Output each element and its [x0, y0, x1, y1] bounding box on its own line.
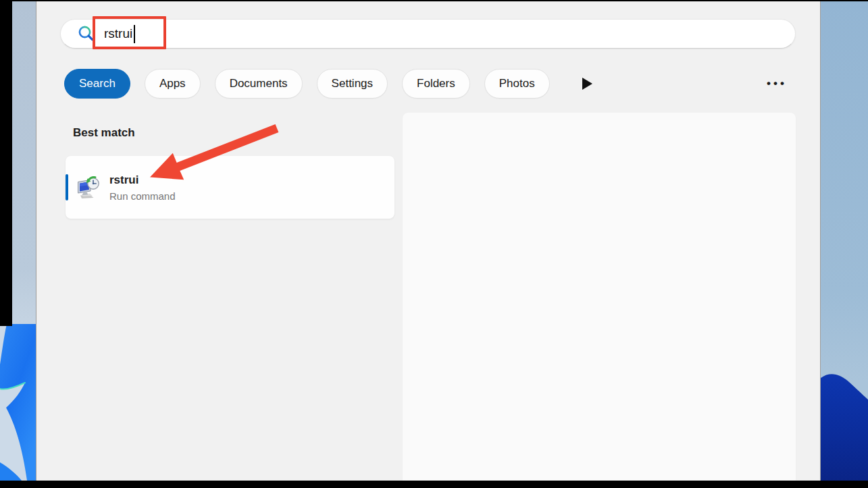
result-text-block: rstrui Run command [109, 173, 176, 202]
result-title: rstrui [109, 173, 176, 187]
tab-apps[interactable]: Apps [145, 69, 201, 99]
preview-panel [403, 113, 796, 481]
play-triangle-icon [582, 78, 592, 90]
more-filters-button[interactable] [582, 76, 596, 91]
tab-photos[interactable]: Photos [484, 69, 550, 99]
annotation-highlight-box [93, 16, 166, 49]
wallpaper-bloom-art [0, 324, 36, 481]
tab-documents[interactable]: Documents [215, 69, 303, 99]
screen-edge-bottom [0, 481, 868, 488]
selection-accent-bar [66, 174, 68, 200]
tab-folders[interactable]: Folders [402, 69, 470, 99]
best-match-heading: Best match [73, 126, 135, 140]
result-subtitle: Run command [109, 190, 176, 202]
desktop-wallpaper-right [821, 0, 868, 488]
best-match-result[interactable]: rstrui Run command [66, 156, 394, 219]
options-menu-button[interactable]: ••• [763, 74, 791, 93]
screen-edge-top [0, 0, 868, 1]
windows-search-window: rstrui Search Apps Documents Settings Fo… [36, 1, 821, 481]
tab-search[interactable]: Search [64, 69, 130, 99]
screen-edge-left [0, 0, 12, 326]
search-input[interactable]: rstrui [60, 19, 796, 49]
system-restore-icon [75, 174, 102, 201]
wallpaper-wave-art [821, 0, 868, 488]
search-filter-tabs: Search Apps Documents Settings Folders P… [64, 69, 596, 99]
tab-settings[interactable]: Settings [317, 69, 388, 99]
